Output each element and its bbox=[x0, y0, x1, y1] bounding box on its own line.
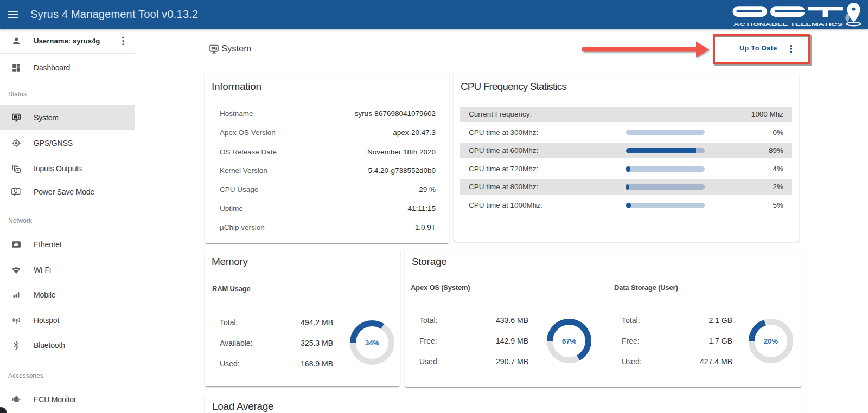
svg-text:67%: 67% bbox=[562, 337, 576, 345]
svg-text:ACTIONABLE TELEMATICS: ACTIONABLE TELEMATICS bbox=[733, 22, 843, 27]
svg-text:34%: 34% bbox=[365, 339, 379, 347]
svg-text:20%: 20% bbox=[764, 337, 778, 345]
